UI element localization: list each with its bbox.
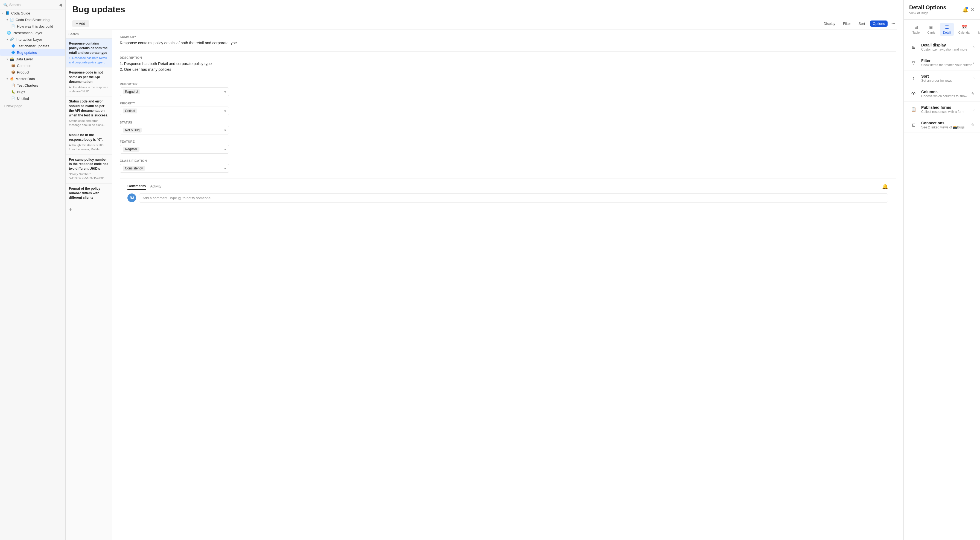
search-icon: 🔍 bbox=[3, 3, 8, 7]
bug-list-item[interactable]: Response code is not same as per the Api… bbox=[65, 68, 112, 97]
option-item-connections[interactable]: ⊡ Connections See 2 linked views of 🗃️Bu… bbox=[904, 117, 980, 133]
priority-dropdown[interactable]: Critical ▾ bbox=[120, 106, 229, 115]
filter-button[interactable]: Filter bbox=[840, 21, 854, 27]
option-action-detail-display[interactable]: › bbox=[973, 45, 975, 49]
tab-cards-label: Cards bbox=[927, 31, 935, 34]
new-page-button[interactable]: + New page bbox=[0, 102, 65, 110]
sidebar-item-test-charters[interactable]: 📋Test Charters bbox=[0, 82, 65, 89]
sidebar-item-untitled[interactable]: 📄Untitled bbox=[0, 95, 65, 102]
option-item-columns[interactable]: 👁 Columns Choose which columns to show ✎ bbox=[904, 86, 980, 102]
sidebar-item-coda-doc-structuring[interactable]: ▾📄Coda Doc Structuring bbox=[0, 16, 65, 23]
comment-input-field[interactable]: Add a comment. Type @ to notify someone. bbox=[139, 194, 888, 202]
sidebar-nav: ▾📘Coda Guide▾📄Coda Doc Structuring📄How w… bbox=[0, 10, 65, 102]
search-input[interactable] bbox=[9, 3, 57, 7]
nav-label-bugs: Bugs bbox=[17, 90, 25, 94]
option-action-sort[interactable]: › bbox=[973, 76, 975, 80]
tab-more[interactable]: ··· More bbox=[975, 23, 980, 36]
sidebar-item-presentation-layer[interactable]: 🌐Presentation Layer bbox=[0, 30, 65, 36]
close-panel-button[interactable]: ✕ bbox=[970, 7, 975, 13]
tab-calendar[interactable]: 📅 Calendar bbox=[955, 23, 974, 36]
option-item-detail-display[interactable]: ⊞ Detail display Customize navigation an… bbox=[904, 39, 980, 55]
description-label: DESCRIPTION bbox=[120, 56, 896, 59]
main-header: Bug updates + Add Display Filter Sort Op… bbox=[65, 0, 904, 30]
description-value: 1. Response has both Retail and corporat… bbox=[120, 61, 896, 72]
options-panel-subtitle: View of Bugs bbox=[909, 11, 947, 15]
options-panel-header: Detail Options View of Bugs 🔔 ✕ bbox=[904, 0, 980, 20]
sidebar-item-test-charter-updates[interactable]: 🔷Test charter updates bbox=[0, 43, 65, 49]
sidebar-item-interaction-layer[interactable]: ▾🔗Interaction Layer bbox=[0, 36, 65, 43]
classification-dropdown-arrow: ▾ bbox=[224, 167, 226, 170]
option-icon-columns: 👁 bbox=[909, 89, 918, 98]
nav-label-coda-doc-structuring: Coda Doc Structuring bbox=[16, 18, 49, 22]
feature-dropdown[interactable]: Register ▾ bbox=[120, 145, 229, 154]
status-dropdown[interactable]: Not A Bug ▾ bbox=[120, 126, 229, 135]
options-button[interactable]: Options bbox=[870, 21, 888, 27]
collapse-sidebar-button[interactable]: ◀ bbox=[59, 2, 62, 7]
display-button[interactable]: Display bbox=[821, 21, 838, 27]
nav-icon-common: 📦 bbox=[11, 64, 15, 68]
feature-label: FEATURE bbox=[120, 140, 896, 143]
tab-table[interactable]: ⊞ Table bbox=[909, 23, 923, 36]
tab-comments[interactable]: Comments bbox=[127, 183, 146, 190]
bug-list-search[interactable] bbox=[65, 30, 112, 38]
sidebar-item-product[interactable]: 📦Product bbox=[0, 69, 65, 75]
sidebar-item-master-data[interactable]: ▾🔥Master Data bbox=[0, 75, 65, 82]
option-item-sort[interactable]: ↕ Sort Set an order for rows › bbox=[904, 70, 980, 86]
nav-label-bug-updates: Bug updates bbox=[17, 51, 37, 55]
option-text-detail-display: Detail display Customize navigation and … bbox=[921, 43, 973, 51]
tab-activity[interactable]: Activity bbox=[150, 183, 161, 189]
option-item-published-forms[interactable]: 📋 Published forms Collect responses with… bbox=[904, 102, 980, 117]
option-name-columns: Columns bbox=[921, 90, 971, 94]
more-options-icon[interactable]: ••• bbox=[890, 22, 897, 26]
sidebar-item-coda-guide[interactable]: ▾📘Coda Guide bbox=[0, 10, 65, 16]
classification-field: CLASSIFICATION Consistency ▾ bbox=[120, 159, 896, 173]
options-header-text: Detail Options View of Bugs bbox=[909, 4, 947, 15]
option-name-sort: Sort bbox=[921, 74, 973, 78]
tab-cards[interactable]: ▣ Cards bbox=[924, 23, 939, 36]
sidebar-item-common[interactable]: 📦Common bbox=[0, 62, 65, 69]
description-line: 1. Response has both Retail and corporat… bbox=[120, 61, 896, 67]
bug-list-item[interactable]: Format of the policy number differs with… bbox=[65, 184, 112, 204]
option-item-filter[interactable]: ▽ Filter Show items that match your crit… bbox=[904, 55, 980, 70]
option-action-connections[interactable]: ✎ bbox=[971, 123, 975, 127]
nav-label-untitled: Untitled bbox=[17, 97, 29, 100]
nav-icon-untitled: 📄 bbox=[11, 96, 15, 100]
nav-icon-coda-doc-structuring: 📄 bbox=[10, 17, 14, 22]
tab-detail-label: Detail bbox=[943, 31, 951, 34]
new-page-label: + New page bbox=[3, 104, 22, 108]
options-panel-title: Detail Options bbox=[909, 4, 947, 11]
add-bug-button[interactable]: + bbox=[65, 204, 112, 215]
tab-more-label: More bbox=[978, 31, 980, 34]
notification-bell-icon[interactable]: 🔔 bbox=[882, 183, 888, 189]
option-text-published-forms: Published forms Collect responses with a… bbox=[921, 105, 973, 114]
sidebar-item-bug-updates[interactable]: 🔷Bug updates bbox=[0, 49, 65, 56]
bug-list-item[interactable]: Response contains policy details of both… bbox=[65, 38, 112, 68]
nav-label-presentation-layer: Presentation Layer bbox=[13, 31, 42, 35]
panel-bell-button[interactable]: 🔔 bbox=[962, 7, 968, 13]
option-action-published-forms[interactable]: › bbox=[973, 107, 975, 111]
sort-button[interactable]: Sort bbox=[856, 21, 868, 27]
chevron-icon: ▾ bbox=[6, 58, 8, 61]
option-name-filter: Filter bbox=[921, 59, 973, 63]
nav-icon-test-charters: 📋 bbox=[11, 83, 15, 87]
sidebar-item-data-layer[interactable]: ▾🗃️Data Layer bbox=[0, 56, 65, 62]
bug-list-item[interactable]: For same policy number in the response c… bbox=[65, 155, 112, 184]
feature-dropdown-arrow: ▾ bbox=[224, 147, 226, 151]
summary-label: SUMMARY bbox=[120, 35, 896, 38]
sidebar-search-bar[interactable]: 🔍 ◀ bbox=[0, 0, 65, 10]
option-action-filter[interactable]: › bbox=[973, 60, 975, 65]
cards-icon: ▣ bbox=[929, 25, 933, 30]
description-line: 2. One user has many policies bbox=[120, 67, 896, 72]
classification-dropdown[interactable]: Consistency ▾ bbox=[120, 164, 229, 173]
bug-list-item[interactable]: Mobile no in the response body is "0". A… bbox=[65, 130, 112, 154]
sidebar-item-bugs[interactable]: 🐛Bugs bbox=[0, 89, 65, 95]
add-button[interactable]: + Add bbox=[72, 20, 89, 27]
bug-search-input[interactable] bbox=[68, 32, 109, 36]
classification-label: CLASSIFICATION bbox=[120, 159, 896, 162]
tab-detail[interactable]: ☰ Detail bbox=[940, 23, 954, 36]
option-action-columns[interactable]: ✎ bbox=[971, 92, 975, 96]
option-text-sort: Sort Set an order for rows bbox=[921, 74, 973, 83]
bug-list-item[interactable]: Status code and error should be blank as… bbox=[65, 97, 112, 130]
reporter-dropdown[interactable]: Ragavi J ▾ bbox=[120, 87, 229, 96]
sidebar-item-how-was-this-doc-build[interactable]: 📄How was this doc build bbox=[0, 23, 65, 30]
